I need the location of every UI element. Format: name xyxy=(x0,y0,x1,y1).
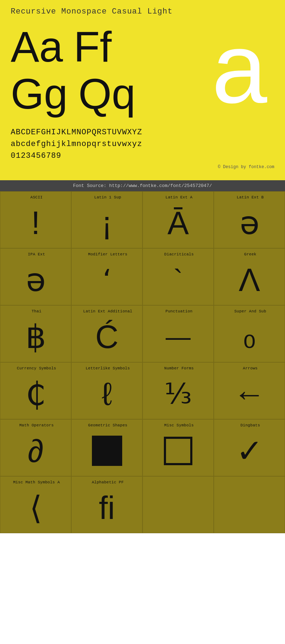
glyph-cell-numberforms: Number Forms ⅓ xyxy=(142,362,214,419)
glyph-label-thai: Thai xyxy=(2,309,69,313)
glyph-cell-diacriticals: Diacriticals ` xyxy=(142,248,214,305)
glyph-cell-miscmathsymbolsa: Misc Math Symbols A ⟨ xyxy=(0,476,71,533)
specimen-letter-Gg: Gg xyxy=(11,70,68,117)
glyph-label-dingbats: Dingbats xyxy=(216,423,283,427)
header-section: Recursive Monospace Casual Light Aa Ff G… xyxy=(0,0,285,180)
glyph-label-diacriticals: Diacriticals xyxy=(145,252,212,256)
solid-square-icon xyxy=(92,436,122,466)
specimen-giant-letter: a xyxy=(212,23,267,113)
glyph-label-alphabeticpf: Alphabetic PF xyxy=(73,480,140,484)
glyph-char-currencysymbols: ₵ xyxy=(26,374,46,414)
glyph-char-geometricshapes xyxy=(92,431,122,471)
glyph-char-numberforms: ⅓ xyxy=(164,374,192,414)
glyph-char-greek: Λ xyxy=(239,260,260,300)
uppercase-alphabet: ABCDEFGHIJKLMNOPQRSTUVWXYZ xyxy=(11,126,274,138)
copyright-text: © Design by fontke.com xyxy=(11,165,274,170)
glyph-char-thai: ฿ xyxy=(26,317,46,357)
glyph-label-arrows: Arrows xyxy=(216,366,283,370)
glyph-cell-greek: Greek Λ xyxy=(214,248,285,305)
glyph-section: ASCII ! Latin 1 Sup ¡ Latin Ext A Ā Lati… xyxy=(0,191,285,533)
glyph-label-modletters: Modifier Letters xyxy=(73,252,140,256)
glyph-char-mathoperators: ∂ xyxy=(28,431,43,471)
glyph-char-ipaext: ə xyxy=(26,260,46,300)
glyph-cell-alphabeticpf: Alphabetic PF ﬁ xyxy=(71,476,142,533)
glyph-cell-latinexta: Latin Ext A Ā xyxy=(142,191,214,248)
digit-specimen: 0123456789 xyxy=(11,150,274,162)
glyph-label-mathoperators: Math Operators xyxy=(2,423,69,427)
glyph-char-latin1sup: ¡ xyxy=(102,203,112,243)
glyph-label-currencysymbols: Currency Symbols xyxy=(2,366,69,370)
glyph-cell-thai: Thai ฿ xyxy=(0,305,71,362)
source-text: Font Source: http://www.fontke.com/font/… xyxy=(73,183,212,188)
glyph-label-latin1sup: Latin 1 Sup xyxy=(73,195,140,199)
glyph-char-latinextb: ə xyxy=(240,203,259,243)
source-bar: Font Source: http://www.fontke.com/font/… xyxy=(0,180,285,191)
specimen-letter-Aa: Aa xyxy=(11,23,63,70)
glyph-label-ipaext: IPA Ext xyxy=(2,252,69,256)
glyph-char-latinexta: Ā xyxy=(167,203,189,243)
glyph-cell-empty-2 xyxy=(214,476,285,533)
specimen-large: Aa Ff Gg Qq a xyxy=(11,23,274,123)
glyph-char-punctuation: — xyxy=(166,317,191,357)
glyph-label-geometricshapes: Geometric Shapes xyxy=(73,423,140,427)
glyph-char-diacriticals: ` xyxy=(173,260,183,300)
glyph-cell-latin1sup: Latin 1 Sup ¡ xyxy=(71,191,142,248)
glyph-label-latinextb: Latin Ext B xyxy=(216,195,283,199)
glyph-char-miscmathsymbolsa: ⟨ xyxy=(30,488,42,528)
glyph-label-ascii: ASCII xyxy=(2,195,69,199)
glyph-cell-ipaext: IPA Ext ə xyxy=(0,248,71,305)
alphabet-section: ABCDEFGHIJKLMNOPQRSTUVWXYZ abcdefghijklm… xyxy=(11,126,274,162)
glyph-cell-empty-1 xyxy=(142,476,214,533)
glyph-cell-mathoperators: Math Operators ∂ xyxy=(0,419,71,476)
outline-square-icon xyxy=(164,437,192,465)
glyph-char-dingbats: ✓ xyxy=(236,431,263,471)
glyph-cell-latinextb: Latin Ext B ə xyxy=(214,191,285,248)
glyph-cell-dingbats: Dingbats ✓ xyxy=(214,419,285,476)
glyph-cell-letterlike: Letterlike Symbols ℓ xyxy=(71,362,142,419)
glyph-label-miscmathsymbolsa: Misc Math Symbols A xyxy=(2,480,69,484)
glyph-label-latinextadd: Latin Ext Additional xyxy=(73,309,140,313)
glyph-label-letterlike: Letterlike Symbols xyxy=(73,366,140,370)
lowercase-alphabet: abcdefghijklmnopqrstuvwxyz xyxy=(11,138,274,150)
glyph-label-miscsymbols: Misc Symbols xyxy=(145,423,212,427)
specimen-letter-Ff: Ff xyxy=(74,23,112,70)
glyph-char-arrows: ← xyxy=(233,374,265,414)
glyph-grid: ASCII ! Latin 1 Sup ¡ Latin Ext A Ā Lati… xyxy=(0,191,285,533)
glyph-char-letterlike: ℓ xyxy=(102,374,112,414)
glyph-cell-latinextadd: Latin Ext Additional Ć xyxy=(71,305,142,362)
glyph-label-greek: Greek xyxy=(216,252,283,256)
glyph-char-latinextadd: Ć xyxy=(95,317,119,357)
glyph-label-latinexta: Latin Ext A xyxy=(145,195,212,199)
glyph-label-superandsub: Super And Sub xyxy=(216,309,283,313)
glyph-label-punctuation: Punctuation xyxy=(145,309,212,313)
glyph-cell-superandsub: Super And Sub ₀ xyxy=(214,305,285,362)
glyph-cell-miscsymbols: Misc Symbols xyxy=(142,419,214,476)
glyph-cell-geometricshapes: Geometric Shapes xyxy=(71,419,142,476)
glyph-char-superandsub: ₀ xyxy=(243,317,256,357)
glyph-label-numberforms: Number Forms xyxy=(145,366,212,370)
glyph-cell-arrows: Arrows ← xyxy=(214,362,285,419)
glyph-char-ascii: ! xyxy=(31,203,40,243)
glyph-cell-ascii: ASCII ! xyxy=(0,191,71,248)
glyph-cell-currencysymbols: Currency Symbols ₵ xyxy=(0,362,71,419)
glyph-cell-modletters: Modifier Letters ʻ xyxy=(71,248,142,305)
glyph-char-miscsymbols xyxy=(164,431,192,471)
glyph-char-modletters: ʻ xyxy=(103,260,112,300)
glyph-cell-punctuation: Punctuation — xyxy=(142,305,214,362)
glyph-char-alphabeticpf: ﬁ xyxy=(99,488,115,528)
specimen-letter-Qq: Qq xyxy=(78,70,135,117)
